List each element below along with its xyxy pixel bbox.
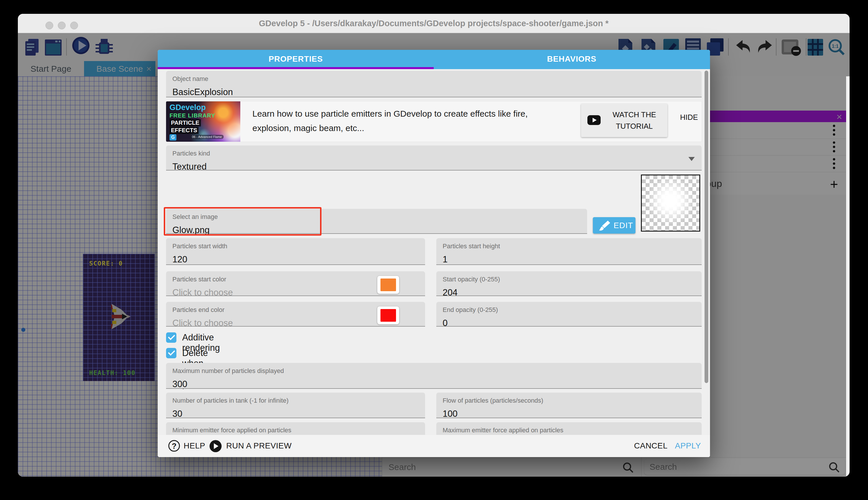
end-color-swatch[interactable]	[377, 306, 399, 324]
particles-kind-select[interactable]: Particles kind Textured	[166, 146, 702, 171]
particle-texture-preview	[641, 174, 700, 231]
selection-handle-dot[interactable]	[21, 328, 25, 332]
hide-banner-button[interactable]: HIDE	[676, 113, 702, 122]
kebab-menu-icon[interactable]	[833, 125, 835, 136]
particles-flow-field[interactable]: Flow of particles (particles/seconds) 10…	[436, 393, 702, 418]
thumb-subtitle: FREE LIBRARY	[169, 112, 215, 119]
tutorial-thumbnail[interactable]: GDevelop FREE LIBRARY PARTICLE EFFECTS G…	[166, 101, 240, 142]
dialog-scrollbar[interactable]	[705, 70, 708, 383]
field-label: Object name	[172, 75, 695, 83]
zoom-1-1-icon[interactable]: 1:1	[827, 38, 846, 57]
run-preview-button[interactable]: RUN A PREVIEW	[226, 441, 292, 451]
watch-tutorial-button[interactable]: WATCH THE TUTORIAL	[581, 104, 667, 137]
kebab-menu-icon[interactable]	[833, 158, 835, 170]
toolbar-separator	[776, 38, 776, 56]
search-icon	[828, 462, 840, 473]
field-label: Particles start height	[443, 242, 695, 250]
object-properties-dialog: PROPERTIES BEHAVIORS Object name BasicEx…	[158, 50, 710, 457]
start-height-field[interactable]: Particles start height 1	[436, 238, 702, 265]
edit-image-button[interactable]: EDIT	[593, 217, 635, 234]
plus-icon: +	[830, 176, 838, 192]
tab-behaviors[interactable]: BEHAVIORS	[434, 50, 710, 69]
game-scene-viewport[interactable]: SCORE: 0 HEALTH: 100	[83, 254, 155, 381]
close-icon[interactable]: ×	[836, 111, 842, 122]
tab-close-icon[interactable]: ×	[146, 61, 151, 76]
title-bar: GDevelop 5 - /Users/dkarakay/Documents/G…	[18, 14, 849, 33]
project-manager-icon[interactable]	[25, 38, 40, 57]
help-button[interactable]: HELP	[184, 441, 205, 451]
object-name-field[interactable]: Object name BasicExplosion	[166, 71, 702, 97]
toggle-mask-icon[interactable]	[781, 38, 802, 57]
health-text: HEALTH: 100	[89, 370, 136, 376]
field-label: Minimum emitter force applied on particl…	[172, 427, 419, 434]
max-particles-field[interactable]: Maximum number of particles displayed 30…	[166, 363, 702, 389]
brush-icon	[598, 219, 611, 232]
groups-search-placeholder: Search	[649, 462, 677, 472]
play-icon	[210, 440, 222, 452]
toolbar-separator	[66, 38, 67, 56]
start-opacity-field[interactable]: Start opacity (0-255) 204	[436, 271, 702, 296]
field-value: BasicExplosion	[172, 87, 695, 97]
start-color-field[interactable]: Particles start color Click to choose	[166, 271, 425, 296]
run-preview-icon[interactable]	[71, 36, 90, 55]
tab-base-scene-label: Base Scene	[96, 64, 143, 73]
min-emitter-force-field[interactable]: Minimum emitter force applied on particl…	[166, 422, 425, 435]
end-opacity-field[interactable]: End opacity (0-255) 0	[436, 302, 702, 327]
field-value: 204	[443, 287, 695, 298]
objects-search-bar[interactable]: Search	[382, 457, 641, 477]
tutorial-banner: GDevelop FREE LIBRARY PARTICLE EFFECTS G…	[166, 101, 702, 142]
thumb-line2: EFFECTS	[169, 127, 199, 134]
end-color-field[interactable]: Particles end color Click to choose	[166, 302, 425, 327]
tutorial-text: Learn how to use particle emitters in GD…	[253, 106, 563, 135]
field-value: 300	[172, 379, 695, 389]
start-width-field[interactable]: Particles start width 120	[166, 238, 425, 265]
groups-search-bar[interactable]: Search	[642, 457, 846, 477]
field-label: Flow of particles (particles/seconds)	[443, 397, 695, 405]
field-label: Start opacity (0-255)	[443, 276, 695, 283]
toolbar-separator	[728, 38, 729, 56]
youtube-play-icon	[587, 115, 601, 125]
screen: { "colors": { "accent_blue": "#4AB0E4", …	[0, 0, 868, 500]
field-label: Number of particles in tank (-1 for infi…	[172, 397, 419, 405]
groups-search-field[interactable]: Search	[644, 459, 845, 475]
particles-tank-field[interactable]: Number of particles in tank (-1 for infi…	[166, 393, 425, 418]
objects-search-placeholder: Search	[388, 462, 416, 472]
additive-rendering-checkbox[interactable]	[166, 332, 176, 343]
field-value: Textured	[172, 162, 695, 172]
apply-button[interactable]: APPLY	[675, 441, 701, 451]
score-text: SCORE: 0	[89, 260, 123, 267]
undo-icon[interactable]	[734, 38, 753, 57]
annotation-red-box	[164, 207, 321, 236]
thumb-title: GDevelop	[169, 103, 206, 112]
delete-when-out-checkbox[interactable]	[166, 348, 176, 358]
field-value: 1	[443, 254, 695, 265]
watch-tutorial-label: WATCH THE TUTORIAL	[604, 109, 665, 132]
svg-text:1:1: 1:1	[832, 44, 838, 49]
field-value: 100	[443, 409, 695, 419]
chevron-down-icon	[689, 157, 695, 161]
field-label: Particles start width	[172, 242, 419, 250]
redo-icon[interactable]	[755, 38, 774, 57]
search-icon	[622, 462, 634, 473]
edit-button-label: EDIT	[613, 221, 633, 230]
app-window: GDevelop 5 - /Users/dkarakay/Documents/G…	[18, 14, 849, 477]
field-value: 120	[172, 254, 419, 265]
window-title: GDevelop 5 - /Users/dkarakay/Documents/G…	[18, 14, 849, 33]
tab-base-scene[interactable]: Base Scene ×	[84, 61, 155, 76]
player-ship-sprite[interactable]	[110, 302, 131, 331]
dialog-content: Object name BasicExplosion GDevelop FREE…	[158, 69, 710, 435]
project-window-icon[interactable]	[44, 38, 62, 57]
grid-icon[interactable]	[806, 38, 824, 57]
dialog-footer: ? HELP RUN A PREVIEW CANCEL APPLY	[158, 435, 710, 457]
active-tab-indicator	[158, 67, 434, 69]
tab-start-page[interactable]: Start Page	[21, 61, 81, 76]
debug-icon[interactable]	[95, 38, 114, 57]
max-emitter-force-field[interactable]: Maximum emitter force applied on particl…	[436, 422, 702, 435]
thumb-line1: PARTICLE	[169, 119, 201, 126]
tab-properties[interactable]: PROPERTIES	[158, 50, 434, 69]
start-color-swatch[interactable]	[377, 276, 399, 294]
field-label: Maximum emitter force applied on particl…	[443, 427, 695, 434]
kebab-menu-icon[interactable]	[833, 141, 835, 153]
gdevelop-logo: G	[169, 134, 176, 140]
cancel-button[interactable]: CANCEL	[634, 441, 668, 451]
